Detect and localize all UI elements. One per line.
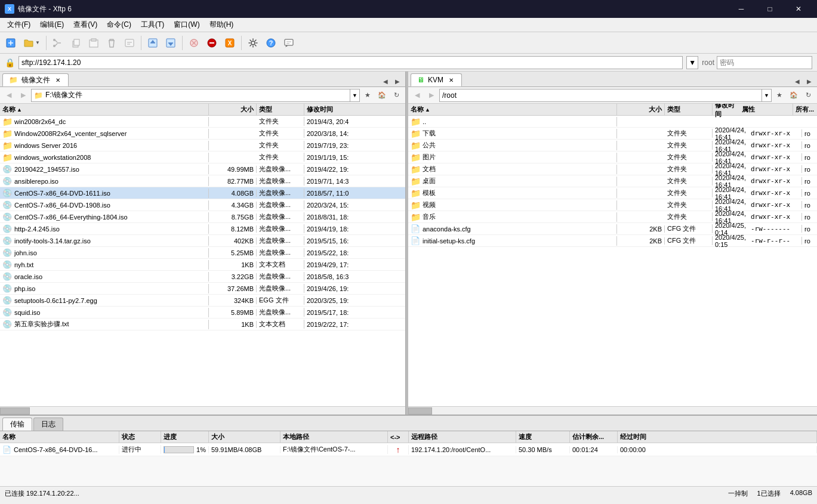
open-folder-button[interactable]: ▼ (20, 35, 43, 51)
left-file-row[interactable]: 📁 windows_workstation2008 文件夹 2019/1/19,… (0, 151, 405, 163)
transfer-tab-log[interactable]: 日志 (33, 418, 63, 431)
right-col-name-header[interactable]: 名称 ▲ (408, 104, 617, 115)
right-col-owner-header[interactable]: 所有... (793, 104, 817, 115)
right-file-row[interactable]: 📁 下载 文件夹 2020/4/24, 16:41 drwxr-xr-x ro (408, 128, 817, 140)
right-tab-active[interactable]: 🖥 KVM ✕ (411, 73, 462, 86)
right-forward-button[interactable]: ▶ (425, 89, 438, 102)
left-bookmark-button[interactable]: ★ (361, 89, 374, 102)
left-file-size-cell: 1KB (209, 321, 257, 328)
left-file-row[interactable]: 💿 CentOS-7-x86_64-DVD-1908.iso 4.34GB 光盘… (0, 199, 405, 211)
right-file-row[interactable]: 📁 桌面 文件夹 2020/4/24, 16:41 drwxr-xr-x ro (408, 175, 817, 187)
right-col-perms-header[interactable]: 属性 (739, 104, 793, 115)
left-file-row[interactable]: 📁 win2008r2x64_dc 文件夹 2019/4/3, 20:4 (0, 116, 405, 128)
right-tab-prev[interactable]: ◀ (792, 76, 803, 86)
right-file-row[interactable]: 📄 anaconda-ks.cfg 2KB CFG 文件 2020/4/25, … (408, 223, 817, 235)
menu-tools[interactable]: 工具(T) (136, 18, 169, 32)
left-file-row[interactable]: 💿 inotify-tools-3.14.tar.gz.iso 402KB 光盘… (0, 235, 405, 247)
help-button[interactable]: ? (263, 35, 279, 51)
right-file-row[interactable]: 📄 initial-setup-ks.cfg 2KB CFG 文件 2020/4… (408, 235, 817, 247)
left-panel: 📁 镜像文件 ✕ ◀ ▶ ◀ ▶ 📁 F:\镜像文件 ▼ ★ 🏠 (0, 72, 406, 415)
t-col-arrow: <-> (388, 431, 409, 443)
right-col-type-header[interactable]: 类型 (665, 104, 713, 115)
open-folder-dropdown-arrow[interactable]: ▼ (35, 40, 40, 45)
left-col-size-header[interactable]: 大小 (209, 104, 257, 115)
right-file-row[interactable]: 📁 文档 文件夹 2020/4/24, 16:41 drwxr-xr-x ro (408, 163, 817, 175)
right-file-row[interactable]: 📁 模板 文件夹 2020/4/24, 16:41 drwxr-xr-x ro (408, 187, 817, 199)
left-h-scrollbar-thumb[interactable] (0, 407, 30, 415)
right-col-date-header[interactable]: 修改时间 (713, 104, 739, 115)
left-file-row[interactable]: 📁 windows Server 2016 文件夹 2019/7/19, 23: (0, 140, 405, 151)
download-button[interactable] (162, 35, 179, 51)
left-h-scrollbar[interactable] (0, 406, 405, 415)
right-tab-close[interactable]: ✕ (447, 76, 455, 84)
new-session-button[interactable] (2, 35, 19, 51)
right-col-size-header[interactable]: 大小 (617, 104, 665, 115)
left-forward-button[interactable]: ▶ (17, 89, 30, 102)
address-dropdown-button[interactable]: ▼ (686, 56, 698, 69)
left-tab-close[interactable]: ✕ (54, 76, 62, 84)
left-path-dropdown[interactable]: ▼ (350, 89, 360, 102)
right-back-button[interactable]: ◀ (411, 89, 424, 102)
left-file-row[interactable]: 💿 http-2.4.245.iso 8.12MB 光盘映像... 2019/4… (0, 223, 405, 235)
left-file-row[interactable]: 💿 john.iso 5.25MB 光盘映像... 2019/5/22, 18: (0, 247, 405, 259)
left-file-row[interactable]: 💿 CentOS-7-x86_64-Everything-1804.iso 8.… (0, 211, 405, 223)
menu-view[interactable]: 查看(V) (69, 18, 102, 32)
right-file-row[interactable]: 📁 视频 文件夹 2020/4/24, 16:41 drwxr-xr-x ro (408, 199, 817, 211)
settings-button[interactable] (245, 35, 261, 51)
paste-button[interactable] (85, 35, 102, 51)
maximize-button[interactable]: □ (756, 0, 784, 18)
right-tab-next[interactable]: ▶ (804, 76, 815, 86)
transfer-tab-transfer[interactable]: 传输 (2, 418, 32, 431)
right-refresh-button[interactable]: ↻ (801, 89, 815, 102)
right-file-row[interactable]: 📁 音乐 文件夹 2020/4/24, 16:41 drwxr-xr-x ro (408, 211, 817, 223)
left-col-type-header[interactable]: 类型 (257, 104, 304, 115)
menu-file[interactable]: 文件(F) (2, 18, 35, 32)
menu-window[interactable]: 窗口(W) (169, 18, 204, 32)
reconnect-button[interactable]: X (221, 35, 238, 51)
minimize-button[interactable]: ─ (727, 0, 755, 18)
left-tab-active[interactable]: 📁 镜像文件 ✕ (2, 73, 69, 86)
right-h-scrollbar[interactable] (408, 406, 817, 415)
left-file-row[interactable]: 💿 20190422_194557.iso 49.99MB 光盘映像... 20… (0, 163, 405, 175)
delete-button[interactable] (103, 35, 120, 51)
cut-button[interactable] (50, 35, 66, 51)
left-tab-next[interactable]: ▶ (392, 76, 403, 86)
left-file-row[interactable]: 💿 ansiblerepo.iso 82.77MB 光盘映像... 2019/7… (0, 175, 405, 187)
left-file-row[interactable]: 💿 nyh.txt 1KB 文本文档 2019/4/29, 17: (0, 259, 405, 271)
left-back-button[interactable]: ◀ (2, 89, 16, 102)
right-file-row[interactable]: 📁 .. (408, 116, 817, 128)
left-home-button[interactable]: 🏠 (375, 89, 389, 102)
left-file-row[interactable]: 💿 第五章实验步骤.txt 1KB 文本文档 2019/2/22, 17: (0, 319, 405, 330)
right-file-row[interactable]: 📁 图片 文件夹 2020/4/24, 16:41 drwxr-xr-x ro (408, 151, 817, 163)
right-path-dropdown[interactable]: ▼ (762, 89, 772, 102)
left-tab-prev[interactable]: ◀ (380, 76, 391, 86)
disconnect-button[interactable] (204, 35, 220, 51)
message-button[interactable] (280, 35, 297, 51)
menu-edit[interactable]: 编辑(E) (35, 18, 69, 32)
right-bookmark-button[interactable]: ★ (773, 89, 786, 102)
left-file-row[interactable]: 💿 setuptools-0.6c11-py2.7.egg 324KB EGG … (0, 295, 405, 307)
right-home-button[interactable]: 🏠 (787, 89, 800, 102)
address-input[interactable] (19, 56, 683, 69)
menu-command[interactable]: 命令(C) (102, 18, 136, 32)
left-file-row[interactable]: 💿 squid.iso 5.89MB 光盘映像... 2019/5/17, 18… (0, 307, 405, 319)
rename-button[interactable] (121, 35, 138, 51)
right-h-scrollbar-thumb[interactable] (408, 407, 432, 415)
transfer-row[interactable]: 📄 CentOS-7-x86_64-DVD-16... 进行中 1% 59.91… (0, 443, 817, 456)
close-button[interactable]: ✕ (785, 0, 812, 18)
right-file-row[interactable]: 📁 公共 文件夹 2020/4/24, 16:41 drwxr-xr-x ro (408, 140, 817, 151)
left-refresh-button[interactable]: ↻ (390, 89, 403, 102)
left-col-name-header[interactable]: 名称 ▲ (0, 104, 209, 115)
left-file-row[interactable]: 💿 oracle.iso 3.22GB 光盘映像... 2018/5/8, 16… (0, 271, 405, 283)
upload-button[interactable] (144, 35, 161, 51)
left-file-row[interactable]: 💿 php.iso 37.26MB 光盘映像... 2019/4/26, 19: (0, 283, 405, 295)
left-file-row[interactable]: 📁 Window2008R2x64_vcenter_sqlserver 文件夹 … (0, 128, 405, 140)
copy-button[interactable] (67, 35, 84, 51)
left-file-name-cell: 📁 windows_workstation2008 (0, 153, 209, 162)
lock-icon: 🔒 (5, 58, 15, 67)
password-input[interactable] (717, 56, 812, 69)
left-file-row[interactable]: 💿 CentOS-7-x86_64-DVD-1611.iso 4.08GB 光盘… (0, 187, 405, 199)
left-col-date-header[interactable]: 修改时间 (304, 104, 405, 115)
menu-help[interactable]: 帮助(H) (205, 18, 239, 32)
stop-button[interactable] (186, 35, 202, 51)
